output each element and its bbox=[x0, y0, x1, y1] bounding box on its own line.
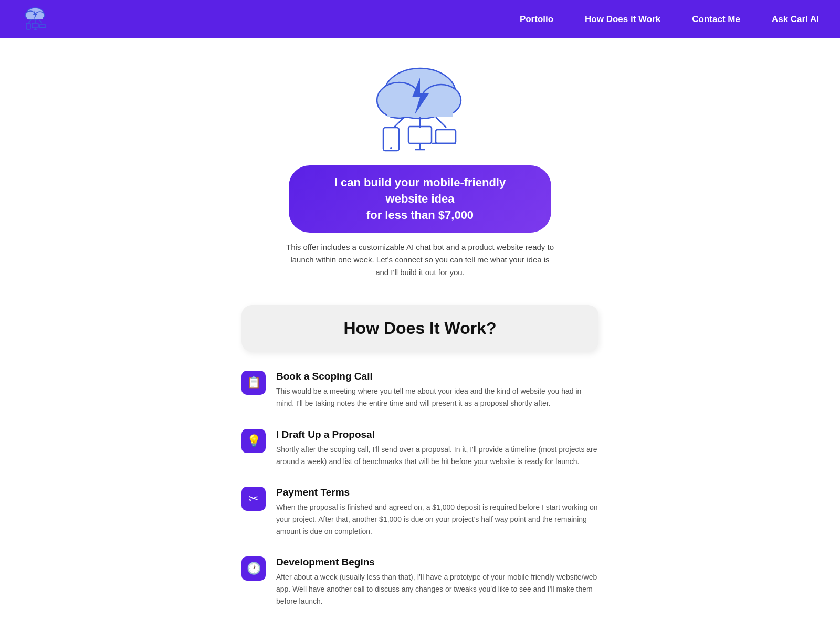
nav-item-portfolio[interactable]: Portolio bbox=[520, 14, 553, 25]
how-does-it-work-section: How Does It Work? 📋 Book a Scoping Call … bbox=[231, 305, 609, 630]
svg-rect-13 bbox=[40, 24, 45, 28]
step-description-payment: When the proposal is finished and agreed… bbox=[276, 501, 598, 538]
steps-list: 📋 Book a Scoping Call This would be a me… bbox=[242, 371, 598, 607]
step-icon-scoping-call: 📋 bbox=[242, 371, 266, 395]
how-title-box: How Does It Work? bbox=[242, 305, 598, 352]
navbar: Portolio How Does it Work Contact Me Ask… bbox=[0, 0, 840, 38]
svg-rect-26 bbox=[408, 127, 432, 143]
nav-logo bbox=[21, 4, 49, 35]
svg-rect-29 bbox=[436, 130, 456, 143]
step-description-proposal: Shortly after the scoping call, I'll sen… bbox=[276, 444, 598, 468]
step-payment: ✂ Payment Terms When the proposal is fin… bbox=[242, 487, 598, 538]
step-description-development: After about a week (usually less than th… bbox=[276, 571, 598, 607]
step-icon-payment: ✂ bbox=[242, 487, 266, 511]
step-content-proposal: I Draft Up a Proposal Shortly after the … bbox=[276, 429, 598, 468]
nav-item-ask-carl[interactable]: Ask Carl AI bbox=[772, 14, 819, 25]
nav-item-how-does-it-work[interactable]: How Does it Work bbox=[585, 14, 660, 25]
svg-point-25 bbox=[390, 147, 392, 149]
step-icon-development: 🕐 bbox=[242, 556, 266, 581]
svg-rect-8 bbox=[26, 23, 30, 29]
hero-subtitle: This offer includes a customizable AI ch… bbox=[284, 241, 556, 279]
step-content-development: Development Begins After about a week (u… bbox=[276, 556, 598, 607]
step-scoping-call: 📋 Book a Scoping Call This would be a me… bbox=[242, 371, 598, 410]
step-development: 🕐 Development Begins After about a week … bbox=[242, 556, 598, 607]
step-description-scoping-call: This would be a meeting where you tell m… bbox=[276, 385, 598, 410]
step-content-scoping-call: Book a Scoping Call This would be a meet… bbox=[276, 371, 598, 410]
hero-cloud-icon bbox=[362, 59, 478, 156]
svg-rect-10 bbox=[32, 23, 38, 28]
step-content-payment: Payment Terms When the proposal is finis… bbox=[276, 487, 598, 538]
step-heading-payment: Payment Terms bbox=[276, 487, 598, 498]
svg-line-7 bbox=[39, 19, 42, 23]
step-heading-scoping-call: Book a Scoping Call bbox=[276, 371, 598, 382]
step-proposal: 💡 I Draft Up a Proposal Shortly after th… bbox=[242, 429, 598, 468]
svg-line-5 bbox=[28, 19, 32, 23]
step-heading-development: Development Begins bbox=[276, 556, 598, 568]
svg-line-22 bbox=[436, 117, 446, 128]
hero-badge: I can build your mobile-friendly website… bbox=[289, 165, 551, 233]
step-heading-proposal: I Draft Up a Proposal bbox=[276, 429, 598, 440]
hero-section: I can build your mobile-friendly website… bbox=[0, 38, 840, 289]
nav-links: Portolio How Does it Work Contact Me Ask… bbox=[520, 14, 819, 25]
nav-item-contact[interactable]: Contact Me bbox=[692, 14, 740, 25]
how-title: How Does It Work? bbox=[262, 319, 578, 338]
step-icon-proposal: 💡 bbox=[242, 429, 266, 453]
